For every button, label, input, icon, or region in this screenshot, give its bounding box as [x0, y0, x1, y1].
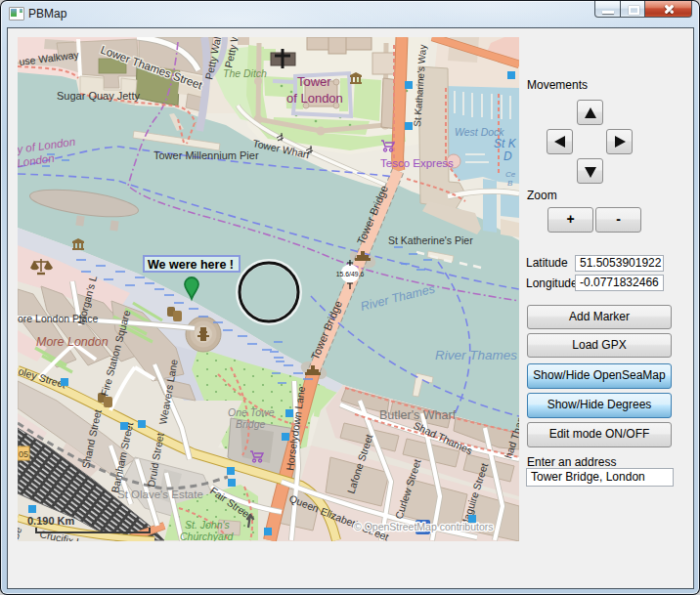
svg-text:We were here !: We were here !: [148, 258, 234, 272]
svg-text:St Olave's Estate: St Olave's Estate: [117, 489, 203, 500]
svg-text:St. John's: St. John's: [185, 519, 231, 531]
svg-text:River Thames: River Thames: [435, 348, 517, 362]
svg-text:D: D: [503, 149, 512, 163]
svg-text:0.190 Km: 0.190 Km: [27, 515, 75, 527]
svg-text:Tower: Tower: [297, 74, 331, 89]
svg-text:One Towe: One Towe: [228, 406, 275, 418]
svg-text:St Katherine's Pier: St Katherine's Pier: [388, 234, 473, 246]
svg-text:15.6/49.6: 15.6/49.6: [336, 271, 365, 277]
svg-text:© OpenStreetMap contributors: © OpenStreetMap contributors: [354, 521, 494, 532]
svg-text:St K: St K: [494, 137, 517, 150]
svg-text:of London: of London: [286, 91, 343, 106]
svg-text:05: 05: [19, 449, 28, 459]
svg-text:Bridge: Bridge: [236, 418, 266, 430]
svg-text:Churchyard: Churchyard: [180, 531, 234, 541]
svg-text:Tower Millennium Pier: Tower Millennium Pier: [153, 149, 259, 161]
svg-text:More London: More London: [36, 335, 109, 349]
svg-text:Ce: Ce: [505, 170, 516, 179]
svg-text:Tesco Express: Tesco Express: [380, 157, 454, 169]
svg-text:Sugar Quay Jetty: Sugar Quay Jetty: [57, 90, 140, 102]
svg-text:The Ditch: The Ditch: [223, 67, 267, 79]
svg-text:B: B: [507, 179, 513, 188]
